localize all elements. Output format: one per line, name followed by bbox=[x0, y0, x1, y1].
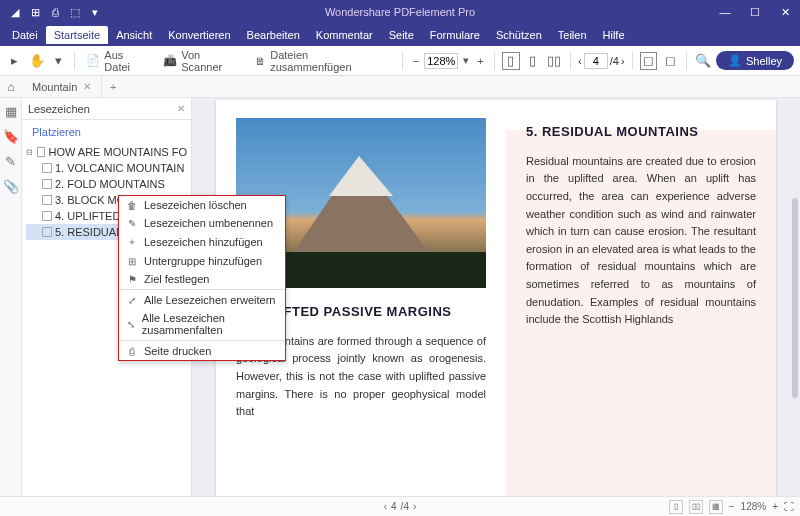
flag-icon: ⚑ bbox=[126, 274, 138, 285]
app-icon: ◢ bbox=[8, 5, 22, 19]
ctx-collapse-all[interactable]: ⤡Alle Lesezeichen zusammenfalten bbox=[119, 309, 285, 339]
rail-bookmarks-icon[interactable]: 🔖 bbox=[3, 129, 19, 144]
zoom-in-button[interactable]: + bbox=[474, 55, 486, 67]
ctx-expand-all[interactable]: ⤢Alle Lesezeichen erweitern bbox=[119, 291, 285, 309]
from-scanner-button[interactable]: 📠 Von Scanner bbox=[159, 47, 247, 75]
quick-icon-1[interactable]: ⊞ bbox=[28, 5, 42, 19]
bookmark-item[interactable]: 1. VOLCANIC MOUNTAIN bbox=[26, 160, 187, 176]
menu-datei[interactable]: Datei bbox=[4, 26, 46, 44]
scrollbar[interactable] bbox=[792, 198, 798, 398]
pencil-icon: ✎ bbox=[126, 218, 138, 229]
hand-tool-icon[interactable]: ✋ bbox=[28, 52, 46, 70]
separator bbox=[494, 52, 495, 70]
status-zoom-out[interactable]: − bbox=[729, 501, 735, 512]
fullscreen-icon[interactable]: ⛶ bbox=[784, 501, 794, 512]
tab-mountain[interactable]: Mountain ✕ bbox=[22, 76, 102, 98]
collapse-icon: ⤡ bbox=[126, 319, 136, 330]
merge-files-button[interactable]: 🗎 Dateien zusammenfügen bbox=[251, 47, 395, 75]
bookmark-item[interactable]: 2. FOLD MOUNTAINS bbox=[26, 176, 187, 192]
place-bookmark-link[interactable]: Platzieren bbox=[22, 120, 191, 144]
home-icon[interactable]: ⌂ bbox=[0, 76, 22, 98]
view-single-icon[interactable]: ▯ bbox=[669, 500, 683, 514]
zoom-input[interactable] bbox=[424, 53, 458, 69]
view-grid-icon[interactable]: ▦ bbox=[709, 500, 723, 514]
fit-page-icon[interactable]: ◻ bbox=[661, 52, 679, 70]
tree-icon: ⊞ bbox=[126, 256, 138, 267]
view-facing-icon[interactable]: ▯▯ bbox=[689, 500, 703, 514]
menu-startseite[interactable]: Startseite bbox=[46, 26, 108, 44]
close-panel-icon[interactable]: ✕ bbox=[177, 103, 185, 114]
user-button[interactable]: 👤 Shelley bbox=[716, 51, 794, 70]
menu-kommentar[interactable]: Kommentar bbox=[308, 26, 381, 44]
trash-icon: 🗑 bbox=[126, 200, 138, 211]
context-menu: 🗑Lesezeichen löschen ✎Lesezeichen umbene… bbox=[118, 195, 286, 361]
quick-icon-4[interactable]: ▾ bbox=[88, 5, 102, 19]
view-single-icon[interactable]: ▯ bbox=[502, 52, 520, 70]
separator bbox=[632, 52, 633, 70]
rail-annotations-icon[interactable]: ✎ bbox=[5, 154, 16, 169]
separator bbox=[74, 52, 75, 70]
view-facing-icon[interactable]: ▯▯ bbox=[545, 52, 563, 70]
page-input[interactable] bbox=[584, 53, 608, 69]
ctx-set-destination[interactable]: ⚑Ziel festlegen bbox=[119, 270, 285, 288]
bookmark-root[interactable]: ⊟HOW ARE MOUNTAINS FO bbox=[26, 144, 187, 160]
page-prev-button[interactable]: ‹ bbox=[578, 55, 582, 67]
separator bbox=[570, 52, 571, 70]
ctx-add-subgroup[interactable]: ⊞Untergruppe hinzufügen bbox=[119, 252, 285, 270]
ctx-print-page[interactable]: ⎙Seite drucken bbox=[119, 342, 285, 360]
close-button[interactable]: ✕ bbox=[770, 0, 800, 24]
rail-thumbnails-icon[interactable]: ▦ bbox=[5, 104, 17, 119]
zoom-out-button[interactable]: − bbox=[410, 55, 422, 67]
zoom-dropdown-icon[interactable]: ▾ bbox=[460, 54, 472, 67]
menu-schuetzen[interactable]: Schützen bbox=[488, 26, 550, 44]
select-tool-icon[interactable]: ▸ bbox=[6, 52, 24, 70]
from-file-button[interactable]: 📄 Aus Datei bbox=[82, 47, 155, 75]
sidebar-header: Lesezeichen ✕ bbox=[22, 98, 191, 120]
print-icon: ⎙ bbox=[126, 346, 138, 357]
separator bbox=[402, 52, 403, 70]
status-page-total: /4 bbox=[401, 501, 409, 512]
quick-icon-2[interactable]: ⎙ bbox=[48, 5, 62, 19]
menu-teilen[interactable]: Teilen bbox=[550, 26, 595, 44]
page-next-button[interactable]: › bbox=[621, 55, 625, 67]
status-page-prev[interactable]: ‹ bbox=[384, 501, 387, 512]
dropdown-icon[interactable]: ▾ bbox=[50, 52, 68, 70]
ctx-delete-bookmark[interactable]: 🗑Lesezeichen löschen bbox=[119, 196, 285, 214]
separator bbox=[119, 289, 285, 290]
paragraph-5: Residual mountains are created due to er… bbox=[526, 153, 756, 329]
menu-seite[interactable]: Seite bbox=[381, 26, 422, 44]
menu-formulare[interactable]: Formulare bbox=[422, 26, 488, 44]
search-icon[interactable]: 🔍 bbox=[694, 52, 712, 70]
separator bbox=[686, 52, 687, 70]
status-zoom-in[interactable]: + bbox=[772, 501, 778, 512]
menu-bar: Datei Startseite Ansicht Konvertieren Be… bbox=[0, 24, 800, 46]
close-tab-icon[interactable]: ✕ bbox=[83, 81, 91, 92]
status-page-current: 4 bbox=[391, 501, 397, 512]
menu-bearbeiten[interactable]: Bearbeiten bbox=[239, 26, 308, 44]
quick-icon-3[interactable]: ⬚ bbox=[68, 5, 82, 19]
status-zoom: 128% bbox=[741, 501, 767, 512]
expand-icon: ⤢ bbox=[126, 295, 138, 306]
page-total: /4 bbox=[610, 55, 619, 67]
fit-width-icon[interactable]: ◻ bbox=[640, 52, 658, 70]
menu-ansicht[interactable]: Ansicht bbox=[108, 26, 160, 44]
plus-icon: ＋ bbox=[126, 235, 138, 249]
menu-konvertieren[interactable]: Konvertieren bbox=[160, 26, 238, 44]
minimize-button[interactable]: — bbox=[710, 0, 740, 24]
ctx-rename-bookmark[interactable]: ✎Lesezeichen umbenennen bbox=[119, 214, 285, 232]
rail-attachments-icon[interactable]: 📎 bbox=[3, 179, 19, 194]
menu-hilfe[interactable]: Hilfe bbox=[595, 26, 633, 44]
separator bbox=[119, 340, 285, 341]
maximize-button[interactable]: ☐ bbox=[740, 0, 770, 24]
ctx-add-bookmark[interactable]: ＋Lesezeichen hinzufügen bbox=[119, 232, 285, 252]
add-tab-button[interactable]: + bbox=[102, 81, 124, 93]
view-continuous-icon[interactable]: ▯ bbox=[524, 52, 542, 70]
status-page-next[interactable]: › bbox=[413, 501, 416, 512]
heading-5: 5. RESIDUAL MOUNTAINS bbox=[526, 122, 756, 143]
app-title: Wondershare PDFelement Pro bbox=[325, 6, 475, 18]
document-page: 4. UPLIFTED PASSIVE MARGINS Most mountai… bbox=[216, 100, 776, 516]
